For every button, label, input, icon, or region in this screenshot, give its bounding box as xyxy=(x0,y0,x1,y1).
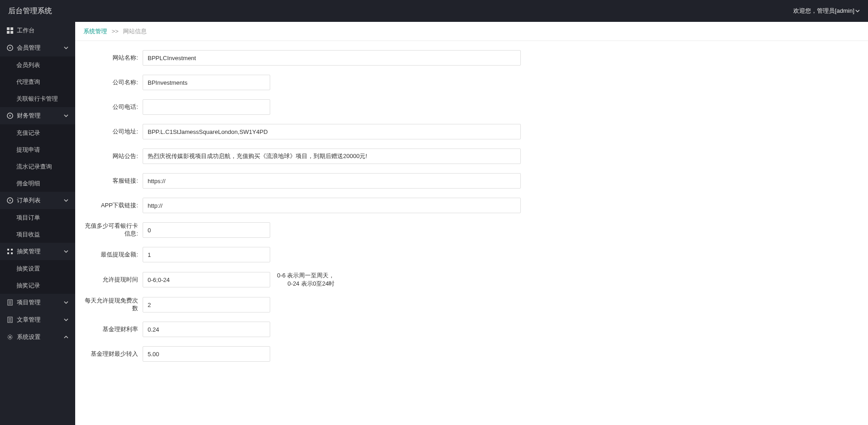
row-service-link: 客服链接: xyxy=(83,173,860,189)
row-company-address: 公司地址: xyxy=(83,124,860,139)
label-withdraw-time: 允许提现时间 xyxy=(83,276,143,284)
chevron-down-icon xyxy=(64,198,68,203)
sidebar-item-label: 文章管理 xyxy=(17,316,41,324)
circle-icon xyxy=(7,197,13,204)
sidebar-item-0[interactable]: 工作台 xyxy=(0,22,75,39)
form-area: 网站名称: 公司名称: 公司电话: 公司地址: 网站公告: 客服链接: xyxy=(75,41,868,371)
hint-line1: 0-6 表示周一至周天， xyxy=(277,271,334,280)
svg-rect-2 xyxy=(7,31,10,34)
input-withdraw-time[interactable] xyxy=(143,272,270,287)
row-free-withdraw-count: 每天允许提现免费次数 xyxy=(83,297,860,312)
input-site-name[interactable] xyxy=(143,50,521,66)
svg-rect-9 xyxy=(7,252,9,254)
input-recharge-bank[interactable] xyxy=(143,222,270,238)
input-app-download[interactable] xyxy=(143,198,521,213)
sidebar-item-label: 系统设置 xyxy=(17,333,41,341)
sidebar-item-label: 会员管理 xyxy=(17,44,41,52)
row-company-phone: 公司电话: xyxy=(83,99,860,115)
sidebar-item-7[interactable]: 系统设置 xyxy=(0,328,75,346)
input-free-withdraw-count[interactable] xyxy=(143,297,270,312)
input-min-withdraw[interactable] xyxy=(143,247,270,262)
svg-rect-10 xyxy=(11,252,13,254)
input-company-phone[interactable] xyxy=(143,99,270,115)
hint-line2: 0-24 表示0至24时 xyxy=(277,280,334,288)
circle-icon xyxy=(7,45,13,51)
top-header: 后台管理系统 欢迎您，管理员[admin] xyxy=(0,0,868,22)
sidebar-item-2[interactable]: 财务管理 xyxy=(0,107,75,124)
row-min-withdraw: 最低提现金额: xyxy=(83,247,860,262)
sidebar-subitem-3-1[interactable]: 项目收益 xyxy=(0,226,75,243)
gear-icon xyxy=(7,334,13,340)
label-site-notice: 网站公告: xyxy=(83,153,143,160)
sidebar-subitem-1-1[interactable]: 代理查询 xyxy=(0,73,75,90)
chevron-up-icon xyxy=(64,335,68,339)
sidebar-subitem-2-0[interactable]: 充值记录 xyxy=(0,124,75,141)
svg-rect-0 xyxy=(7,27,10,30)
dashboard-icon xyxy=(7,27,13,34)
sidebar-subitem-3-0[interactable]: 项目订单 xyxy=(0,209,75,226)
svg-rect-8 xyxy=(11,249,13,251)
breadcrumb-parent[interactable]: 系统管理 xyxy=(83,27,107,36)
chevron-down-icon xyxy=(64,317,68,322)
sidebar-item-5[interactable]: 项目管理 xyxy=(0,294,75,311)
sidebar-item-label: 财务管理 xyxy=(17,112,41,120)
svg-rect-1 xyxy=(10,27,13,30)
label-fund-min-transfer: 基金理财最少转入 xyxy=(83,350,143,358)
sidebar-subitem-2-1[interactable]: 提现申请 xyxy=(0,141,75,158)
app-title: 后台管理系统 xyxy=(8,6,52,16)
label-fund-rate: 基金理财利率 xyxy=(83,326,143,333)
row-site-name: 网站名称: xyxy=(83,50,860,66)
label-app-download: APP下载链接: xyxy=(83,202,143,210)
input-company-address[interactable] xyxy=(143,124,521,139)
input-site-notice[interactable] xyxy=(143,148,521,164)
sidebar: 工作台会员管理会员列表代理查询关联银行卡管理财务管理充值记录提现申请流水记录查询… xyxy=(0,22,75,425)
sidebar-item-4[interactable]: 抽奖管理 xyxy=(0,243,75,260)
input-service-link[interactable] xyxy=(143,173,521,189)
chevron-down-icon xyxy=(64,46,68,50)
sidebar-subitem-2-3[interactable]: 佣金明细 xyxy=(0,175,75,192)
chevron-down-icon xyxy=(64,113,68,118)
breadcrumb-current: 网站信息 xyxy=(123,27,147,36)
breadcrumb-separator: >> xyxy=(112,28,118,35)
grid-icon xyxy=(7,248,13,255)
hint-withdraw-time: 0-6 表示周一至周天， 0-24 表示0至24时 xyxy=(277,271,334,288)
label-min-withdraw: 最低提现金额: xyxy=(83,251,143,259)
user-menu[interactable]: 欢迎您，管理员[admin] xyxy=(793,7,860,15)
row-app-download: APP下载链接: xyxy=(83,198,860,213)
circle-icon xyxy=(7,113,13,119)
svg-rect-3 xyxy=(10,31,13,34)
label-company-phone: 公司电话: xyxy=(83,103,143,111)
row-site-notice: 网站公告: xyxy=(83,148,860,164)
sidebar-subitem-1-0[interactable]: 会员列表 xyxy=(0,56,75,73)
input-fund-rate[interactable] xyxy=(143,322,270,337)
chevron-down-icon xyxy=(64,300,68,305)
doc-icon xyxy=(7,317,13,323)
sidebar-subitem-4-0[interactable]: 抽奖设置 xyxy=(0,260,75,277)
label-site-name: 网站名称: xyxy=(83,54,143,62)
sidebar-subitem-4-1[interactable]: 抽奖记录 xyxy=(0,277,75,294)
sidebar-subitem-1-2[interactable]: 关联银行卡管理 xyxy=(0,90,75,107)
sidebar-item-1[interactable]: 会员管理 xyxy=(0,39,75,56)
chevron-down-icon xyxy=(64,249,68,254)
svg-rect-7 xyxy=(7,249,9,251)
sidebar-item-label: 工作台 xyxy=(17,26,35,35)
svg-point-19 xyxy=(9,336,11,338)
sidebar-item-3[interactable]: 订单列表 xyxy=(0,192,75,209)
main-content: 系统管理 >> 网站信息 网站名称: 公司名称: 公司电话: 公司地址: xyxy=(75,22,868,425)
sidebar-item-label: 项目管理 xyxy=(17,298,41,307)
row-fund-min-transfer: 基金理财最少转入 xyxy=(83,346,860,362)
breadcrumb: 系统管理 >> 网站信息 xyxy=(75,22,868,41)
label-free-withdraw-count: 每天允许提现免费次数 xyxy=(83,297,143,312)
input-fund-min-transfer[interactable] xyxy=(143,346,270,362)
label-company-address: 公司地址: xyxy=(83,128,143,136)
sidebar-subitem-2-2[interactable]: 流水记录查询 xyxy=(0,158,75,175)
label-service-link: 客服链接: xyxy=(83,177,143,185)
row-recharge-bank: 充值多少可看银行卡信息: xyxy=(83,222,860,238)
input-company-name[interactable] xyxy=(143,75,270,90)
chevron-down-icon xyxy=(855,9,860,13)
sidebar-item-6[interactable]: 文章管理 xyxy=(0,311,75,328)
row-fund-rate: 基金理财利率 xyxy=(83,322,860,337)
row-company-name: 公司名称: xyxy=(83,75,860,90)
row-withdraw-time: 允许提现时间 0-6 表示周一至周天， 0-24 表示0至24时 xyxy=(83,271,860,288)
welcome-text: 欢迎您，管理员[admin] xyxy=(793,7,854,15)
